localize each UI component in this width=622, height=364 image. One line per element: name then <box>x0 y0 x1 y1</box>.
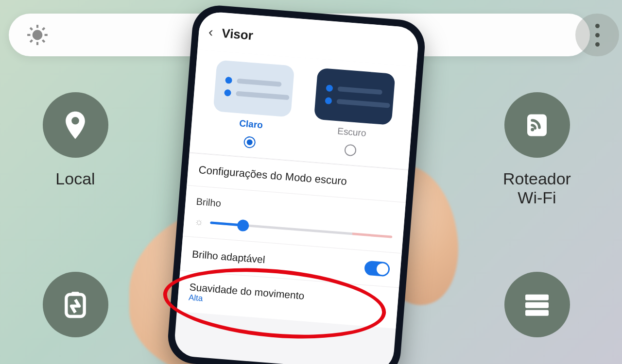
phone-screen: ‹ Visor Claro Es <box>173 11 419 364</box>
slider-thumb[interactable] <box>237 219 249 232</box>
qs-tile-hotspot[interactable]: Roteador Wi-Fi <box>501 92 573 207</box>
theme-preview-dark <box>314 68 396 125</box>
svg-line-7 <box>30 40 32 42</box>
theme-option-light[interactable]: Claro <box>200 59 304 157</box>
qs-tile-storage[interactable] <box>501 272 573 349</box>
qs-tile-label: Local <box>39 169 112 188</box>
svg-line-6 <box>42 40 44 42</box>
sun-icon <box>25 23 50 47</box>
svg-point-10 <box>531 128 534 131</box>
theme-label-light: Claro <box>202 115 300 133</box>
back-chevron-icon[interactable]: ‹ <box>208 24 214 40</box>
storage-icon <box>504 272 570 337</box>
theme-selector: Claro Escuro <box>190 50 416 170</box>
svg-line-5 <box>30 28 32 30</box>
hotspot-icon <box>504 92 570 158</box>
svg-rect-12 <box>71 292 79 296</box>
dark-mode-settings-label: Configurações do Modo escuro <box>198 164 347 187</box>
location-pin-icon <box>43 92 108 158</box>
page-title: Visor <box>221 25 254 43</box>
qs-tile-label-l1: Roteador <box>501 169 573 188</box>
slider-track[interactable] <box>210 221 393 238</box>
radio-light[interactable] <box>243 136 256 149</box>
phone-frame: ‹ Visor Claro Es <box>166 3 427 364</box>
sun-small-icon: ☼ <box>194 216 204 228</box>
svg-rect-15 <box>525 310 549 315</box>
theme-preview-light <box>213 60 294 117</box>
adaptive-brightness-label: Brilho adaptável <box>191 248 265 266</box>
qs-tile-location[interactable]: Local <box>39 92 112 188</box>
svg-rect-9 <box>527 114 547 136</box>
more-vertical-icon <box>595 24 600 47</box>
more-button[interactable] <box>575 14 619 56</box>
radio-dark[interactable] <box>344 144 357 157</box>
svg-line-8 <box>42 28 44 30</box>
qs-tile-label-l2: Wi-Fi <box>501 188 573 207</box>
svg-rect-13 <box>525 294 549 300</box>
theme-label-dark: Escuro <box>303 123 401 142</box>
theme-option-dark[interactable]: Escuro <box>301 67 405 165</box>
svg-point-0 <box>34 31 42 39</box>
svg-rect-14 <box>525 302 549 308</box>
qs-tile-battery[interactable] <box>39 272 112 349</box>
battery-recycle-icon <box>43 272 108 337</box>
adaptive-brightness-toggle[interactable] <box>364 261 390 277</box>
